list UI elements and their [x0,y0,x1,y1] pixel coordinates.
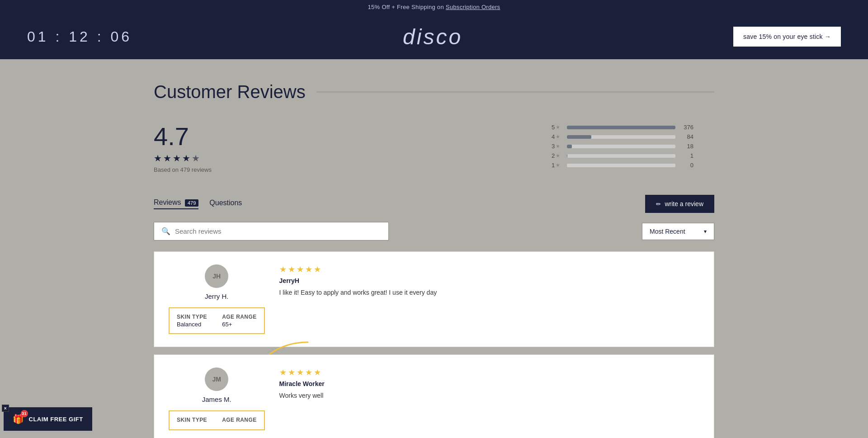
review-star: ★ [314,264,321,274]
reviewer-info: JM James M. Skin Type Age Range [169,367,265,430]
sort-dropdown[interactable]: Most RecentHighest RatedLowest RatedMost… [642,223,714,240]
search-sort-row: 🔍 Most RecentHighest RatedLowest RatedMo… [154,222,714,240]
rating-score-section: 4.7 ★ ★ ★ ★ ★ Based on 479 reviews [154,124,212,173]
site-logo: disco [403,24,462,49]
tab-questions-label: Questions [209,199,242,207]
age-range-label: Age Range 65+ [222,314,256,328]
rating-summary: 4.7 ★ ★ ★ ★ ★ Based on 479 reviews 5 ★ 3… [154,124,714,173]
bar-fill [567,126,675,129]
write-review-button[interactable]: ✏ write a review [645,195,714,213]
pencil-icon: ✏ [656,201,661,207]
reviewer-info: JH Jerry H. Skin Type Balanced Age Range… [169,264,265,334]
announcement-text: 15% Off + Free Shipping on [368,4,446,10]
age-range-label: Age Range [222,417,256,424]
bar-count: 1 [680,152,693,159]
review-content: ★★★★★ Miracle Worker Works very well [279,367,699,430]
bar-row: 4 ★ 84 [552,133,714,140]
tab-reviews-label: Reviews [154,198,181,206]
search-box: 🔍 [154,222,389,240]
search-input[interactable] [175,227,381,235]
review-star: ★ [279,367,287,377]
avatar: JH [205,264,228,288]
review-text: I like it! Easy to apply and works great… [279,288,699,297]
bar-label: 5 ★ [552,124,562,131]
review-star: ★ [305,367,312,377]
review-card: JH Jerry H. Skin Type Balanced Age Range… [154,251,714,347]
reviews-divider [316,92,714,92]
bar-label: 2 ★ [552,152,562,159]
review-stars: ★★★★★ [279,367,699,377]
bar-count: 84 [680,133,693,140]
bar-label: 4 ★ [552,133,562,140]
bar-track [567,135,675,139]
reviewer-name: Jerry H. [205,292,229,300]
search-icon: 🔍 [161,227,170,235]
reviews-title: Customer Reviews [154,82,306,102]
age-range-value: 65+ [222,321,256,328]
bar-fill [567,154,567,158]
claim-gift-label: CLAIM FREE GIFT [29,416,83,423]
reviews-list: JH Jerry H. Skin Type Balanced Age Range… [154,251,714,438]
skin-type-label-text: Skin Type [177,314,211,320]
star-5-half: ★ [192,153,200,164]
review-text: Works very well [279,391,699,400]
countdown-timer: 01 : 12 : 06 [27,28,132,45]
tab-reviews[interactable]: Reviews 479 [154,198,198,209]
bar-track [567,145,675,148]
review-star: ★ [305,264,312,274]
bar-track [567,164,675,167]
review-star: ★ [314,367,321,377]
tabs-left: Reviews 479 Questions [154,198,242,209]
bar-row: 2 ★ 1 [552,152,714,159]
skin-type-label: Skin Type Balanced [177,314,211,328]
review-star: ★ [279,264,287,274]
rating-stars: ★ ★ ★ ★ ★ [154,153,200,164]
bar-row: 3 ★ 18 [552,143,714,150]
gift-icon-wrapper: 🎁 31 [13,414,24,424]
reviews-heading-row: Customer Reviews [154,82,714,102]
rating-based-on: Based on 479 reviews [154,166,212,173]
skin-type-value: Balanced [177,321,211,328]
notification-badge: 31 [21,410,28,417]
header-cta-button[interactable]: save 15% on your eye stick → [733,27,841,47]
main-content: Customer Reviews 4.7 ★ ★ ★ ★ ★ Based on … [145,59,723,438]
reviewer-attributes: Skin Type Balanced Age Range 65+ [169,307,265,334]
tab-questions[interactable]: Questions [209,199,242,209]
review-product: Miracle Worker [279,380,699,387]
bar-row: 5 ★ 376 [552,124,714,131]
age-range-label-text: Age Range [222,314,256,320]
announcement-link[interactable]: Subscription Orders [446,4,500,10]
review-content: ★★★★★ JerryH I like it! Easy to apply an… [279,264,699,334]
write-review-label: write a review [665,200,703,207]
bar-count: 18 [680,143,693,150]
star-2: ★ [163,153,171,164]
review-star: ★ [297,367,304,377]
avatar: JM [205,367,228,391]
review-star: ★ [288,367,295,377]
reviewer-attributes: Skin Type Age Range [169,410,265,430]
reviews-badge: 479 [185,199,198,207]
skin-type-label-text: Skin Type [177,417,211,423]
star-1: ★ [154,153,162,164]
claim-gift-banner[interactable]: × 🎁 31 CLAIM FREE GIFT [4,407,92,431]
review-stars: ★★★★★ [279,264,699,274]
sort-select-input[interactable]: Most RecentHighest RatedLowest RatedMost… [650,228,699,235]
age-range-label-text: Age Range [222,417,256,423]
star-4: ★ [182,153,190,164]
star-3: ★ [173,153,181,164]
site-header: 01 : 12 : 06 disco save 15% on your eye … [0,14,868,59]
review-star: ★ [297,264,304,274]
reviewer-name: James M. [202,396,231,403]
skin-type-label: Skin Type [177,417,211,424]
bar-track [567,154,675,158]
bar-label: 3 ★ [552,143,562,150]
announcement-bar: 15% Off + Free Shipping on Subscription … [0,0,868,14]
tabs-row: Reviews 479 Questions ✏ write a review [154,195,714,213]
bar-row: 1 ★ 0 [552,162,714,169]
review-product: JerryH [279,277,699,284]
bar-count: 0 [680,162,693,169]
chevron-down-icon: ▾ [704,228,707,235]
bar-label: 1 ★ [552,162,562,169]
close-icon[interactable]: × [2,405,9,412]
review-card: JM James M. Skin Type Age Range ★★★★★ Mi… [154,354,714,438]
